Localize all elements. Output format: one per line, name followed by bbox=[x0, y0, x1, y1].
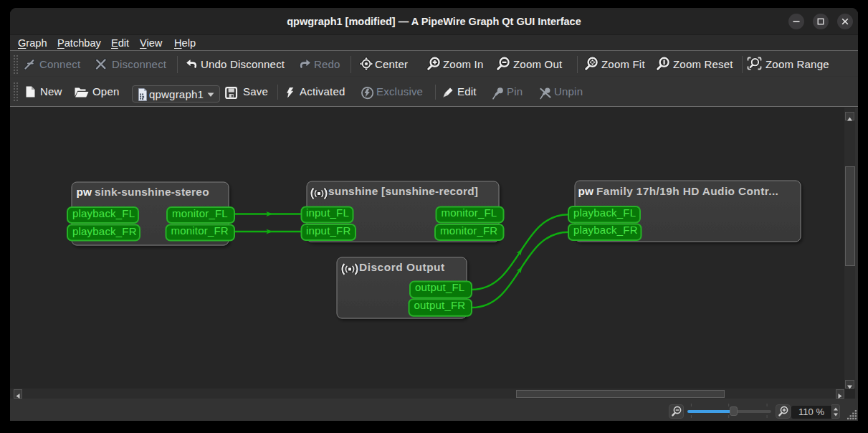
svg-text:pw: pw bbox=[77, 186, 92, 198]
svg-text:playback_FL: playback_FL bbox=[72, 207, 135, 219]
svg-text:monitor_FR: monitor_FR bbox=[440, 224, 497, 237]
svg-text:output_FL: output_FL bbox=[415, 281, 464, 293]
svg-text:output_FR: output_FR bbox=[414, 299, 466, 311]
svg-text:Family 17h/19h HD Audio Contr.: Family 17h/19h HD Audio Contr... bbox=[596, 185, 778, 197]
svg-text:pw: pw bbox=[578, 185, 593, 197]
svg-text:sunshine [sunshine-record]: sunshine [sunshine-record] bbox=[328, 185, 478, 197]
svg-text:playback_FR: playback_FR bbox=[72, 225, 137, 237]
svg-text:playback_FL: playback_FL bbox=[573, 206, 636, 219]
svg-text:input_FL: input_FL bbox=[306, 206, 349, 219]
svg-text:playback_FR: playback_FR bbox=[573, 224, 638, 236]
svg-text:input_FR: input_FR bbox=[306, 224, 350, 237]
svg-text:monitor_FR: monitor_FR bbox=[171, 224, 229, 237]
svg-text:monitor_FL: monitor_FL bbox=[172, 207, 228, 219]
svg-text:monitor_FL: monitor_FL bbox=[442, 206, 497, 219]
svg-text:Discord Output: Discord Output bbox=[359, 261, 445, 273]
svg-text:sink-sunshine-stereo: sink-sunshine-stereo bbox=[95, 186, 209, 198]
